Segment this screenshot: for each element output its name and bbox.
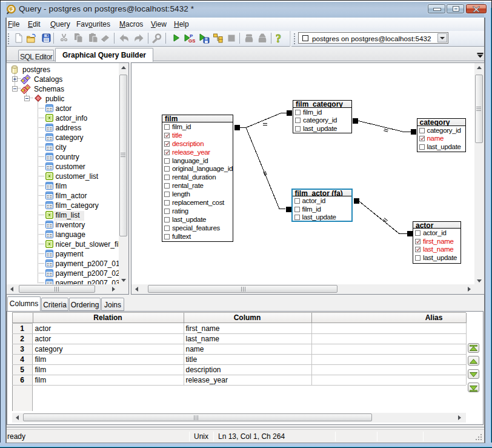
svg-text:GS: GS xyxy=(188,38,195,44)
svg-text:?: ? xyxy=(276,33,281,44)
